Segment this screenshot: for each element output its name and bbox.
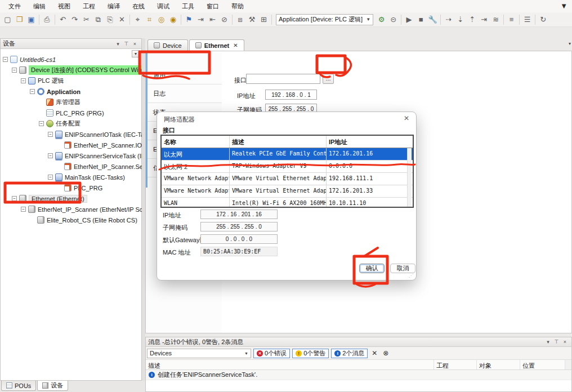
redo-icon[interactable]: ↷ — [69, 14, 81, 25]
flow-control-icon[interactable]: ≋ — [490, 14, 502, 25]
adapter-row-wlan[interactable]: WLAN Intel(R) Wi-Fi 6 AX200 160MHz 10.10… — [162, 198, 413, 208]
start-icon[interactable]: ▶ — [403, 14, 415, 25]
bookmark-prev-icon[interactable]: ⇤ — [207, 14, 218, 25]
collapse-icon[interactable]: − — [12, 196, 17, 201]
dialog-close-icon[interactable]: ✕ — [404, 114, 409, 122]
ok-button[interactable]: 确认 — [359, 264, 385, 273]
tree-item-maintask-plc-prg[interactable]: PLC_PRG — [1, 182, 141, 193]
menu-window[interactable]: 窗口 — [202, 1, 224, 12]
tree-item-project[interactable]: − Untitled6-cs1 — [1, 54, 141, 65]
bookmark-toggle-icon[interactable]: ⚑ — [183, 14, 195, 25]
stop-icon[interactable]: ■ — [415, 14, 427, 25]
column-object[interactable]: 对象 — [477, 360, 520, 369]
build-icon[interactable]: ⚒ — [246, 14, 258, 25]
collapse-icon[interactable]: − — [30, 89, 35, 94]
interface-input[interactable] — [246, 74, 320, 84]
tree-item-ethernet-ip-scanner[interactable]: − EtherNet_IP_Scanner (EtherNet/IP Scann… — [1, 204, 141, 215]
tree-item-plc-prg[interactable]: PLC_PRG (PRG) — [1, 108, 141, 118]
tab-overflow-icon[interactable]: ▾ — [569, 41, 571, 46]
step-into-icon[interactable]: ⇣ — [454, 14, 466, 25]
tree-item-library-manager[interactable]: 库管理器 — [1, 97, 141, 108]
close-icon[interactable]: ✕ — [233, 42, 238, 48]
single-cycle-icon[interactable]: 🔧 — [427, 14, 439, 25]
table-scrollbar[interactable] — [407, 148, 412, 207]
adapter-row-ethernet2[interactable]: 以太网 2 TAP-Windows Adapter V9 0.0.0.0 — [162, 161, 413, 173]
menu-project[interactable]: 工程 — [78, 1, 100, 12]
logout-icon[interactable]: ⊝ — [387, 14, 399, 25]
collapse-icon[interactable]: − — [48, 132, 53, 137]
menu-edit[interactable]: 编辑 — [28, 1, 51, 12]
tree-item-main-task[interactable]: − MainTask (IEC-Tasks) — [1, 172, 141, 182]
tree-item-application[interactable]: − Application — [1, 86, 141, 97]
find-next-icon[interactable]: ◎ — [155, 14, 167, 25]
menu-tools[interactable]: 工具 — [177, 1, 199, 12]
replace-next-icon[interactable]: ◉ — [167, 14, 179, 25]
resize-grip[interactable]: ⋰ — [409, 273, 414, 278]
tree-item-enip-io-task[interactable]: − ENIPScannerIOTask (IEC-Tasks) — [1, 129, 141, 140]
clear-messages-icon[interactable]: ✕ — [370, 349, 379, 357]
collapse-icon[interactable]: − — [21, 78, 26, 83]
bookmark-next-icon[interactable]: ⇥ — [195, 14, 207, 25]
tree-item-ethernet[interactable]: − Ethernet (Ethernet) — [1, 193, 141, 204]
grid-scroll-strip[interactable] — [565, 360, 571, 369]
find-icon[interactable]: ⌖ — [132, 14, 144, 25]
tab-device[interactable]: Device — [148, 39, 188, 51]
column-description[interactable]: 描述 — [146, 360, 434, 369]
adapter-row-vmnet8[interactable]: VMware Network Adapter VMnet8 VMware Vir… — [162, 185, 413, 198]
warnings-filter-button[interactable]: ! 0个警告 — [292, 349, 329, 358]
panel-dropdown-icon[interactable]: ▾ — [544, 339, 552, 345]
force-values-icon[interactable]: ≡ — [506, 14, 517, 25]
refresh-icon[interactable]: ↻ — [537, 14, 549, 25]
clear-all-messages-icon[interactable]: ⊗ — [381, 349, 390, 357]
delete-icon[interactable]: ✕ — [116, 14, 128, 25]
paste-icon[interactable]: ⎘ — [104, 14, 116, 25]
cancel-button[interactable]: 取消 — [390, 264, 415, 273]
panel-dropdown-icon[interactable]: ▾ — [114, 41, 122, 47]
write-values-icon[interactable]: ☰ — [521, 14, 533, 25]
column-project[interactable]: 工程 — [434, 360, 477, 369]
undo-icon[interactable]: ↶ — [57, 14, 69, 25]
menu-view[interactable]: 视图 — [53, 1, 75, 12]
bookmark-clear-icon[interactable]: ⊘ — [218, 14, 230, 25]
collapse-icon[interactable]: − — [48, 175, 53, 180]
column-ip[interactable]: IP地址 — [327, 136, 413, 148]
collapse-icon[interactable]: − — [21, 207, 26, 212]
menu-online[interactable]: 在线 — [127, 1, 150, 12]
collapse-icon[interactable]: − — [39, 121, 44, 126]
generate-code-icon[interactable]: ⊞ — [258, 14, 270, 25]
collapse-icon[interactable]: − — [48, 153, 53, 158]
tree-dropdown-button[interactable]: ▼ — [132, 50, 140, 57]
adapter-row-vmnet1[interactable]: VMware Network Adapter VMnet1 VMware Vir… — [162, 173, 413, 185]
cut-icon[interactable]: ✂ — [81, 14, 92, 25]
errors-filter-button[interactable]: ✕ 0个错误 — [253, 349, 290, 358]
tree-item-elite-robot[interactable]: Elite_Robot_CS (Elite Robot CS) — [1, 215, 141, 225]
tab-devices[interactable]: 设备 — [37, 381, 68, 391]
adapter-row-ethernet[interactable]: 以太网 Realtek PCIe GbE Family Controller 1… — [162, 148, 413, 161]
collapse-icon[interactable]: − — [3, 57, 8, 62]
save-icon[interactable]: ▣ — [25, 14, 37, 25]
panel-pin-icon[interactable]: ⊤ — [122, 41, 131, 47]
column-position[interactable]: 位置 — [520, 360, 565, 369]
panel-pin-icon[interactable]: ⊤ — [552, 339, 561, 345]
step-out-icon[interactable]: ⇡ — [466, 14, 478, 25]
tree-item-plc-logic[interactable]: − PLC 逻辑 — [1, 75, 141, 86]
column-description[interactable]: 描述 — [230, 136, 327, 148]
messages-filter-button[interactable]: i 2个消息 — [331, 349, 368, 358]
run-to-cursor-icon[interactable]: ⇥ — [478, 14, 490, 25]
panel-close-icon[interactable]: × — [561, 339, 569, 345]
ip-address-input[interactable]: 192 . 168 . 0 . 1 — [265, 90, 317, 100]
panel-close-icon[interactable]: × — [131, 41, 139, 47]
tree-item-service-cycle[interactable]: EtherNet_IP_Scanner.ServiceCycle — [1, 161, 141, 172]
tree-item-device[interactable]: − Device [连接的] (CODESYS Control Win V3 x… — [1, 65, 141, 75]
tab-log[interactable]: 日志 — [146, 84, 222, 103]
filter-icon[interactable]: ▼ — [560, 2, 567, 10]
tab-pous[interactable]: POUs — [1, 381, 36, 391]
collapse-icon[interactable]: − — [12, 68, 17, 73]
tab-general[interactable]: 通用 — [146, 66, 222, 84]
menu-build[interactable]: 编译 — [102, 1, 125, 12]
tree-item-task-configuration[interactable]: − 任务配置 — [1, 118, 141, 129]
browse-interface-button[interactable]: ... — [323, 74, 334, 84]
menu-debug[interactable]: 调试 — [152, 1, 175, 12]
new-file-icon[interactable]: ▢ — [2, 14, 14, 25]
message-row[interactable]: i 创建任务'ENIPScannerServiceTask'. — [146, 370, 571, 380]
